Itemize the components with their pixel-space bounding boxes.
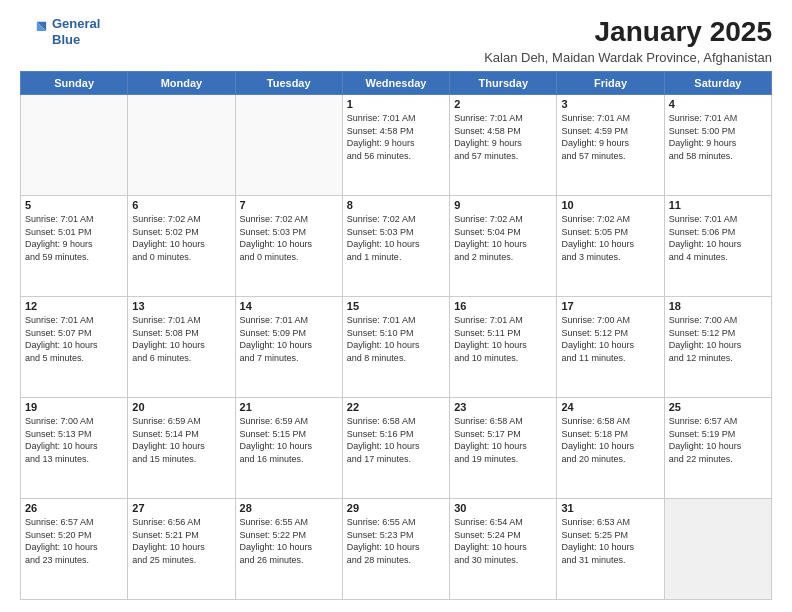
calendar-week-row: 19Sunrise: 7:00 AM Sunset: 5:13 PM Dayli…	[21, 398, 772, 499]
cell-info: Sunrise: 7:01 AM Sunset: 5:09 PM Dayligh…	[240, 314, 338, 364]
cell-info: Sunrise: 7:00 AM Sunset: 5:13 PM Dayligh…	[25, 415, 123, 465]
calendar-cell: 18Sunrise: 7:00 AM Sunset: 5:12 PM Dayli…	[664, 297, 771, 398]
cell-info: Sunrise: 6:55 AM Sunset: 5:23 PM Dayligh…	[347, 516, 445, 566]
calendar-cell: 12Sunrise: 7:01 AM Sunset: 5:07 PM Dayli…	[21, 297, 128, 398]
weekday-header: Wednesday	[342, 72, 449, 95]
calendar-cell: 2Sunrise: 7:01 AM Sunset: 4:58 PM Daylig…	[450, 95, 557, 196]
title-section: January 2025 Kalan Deh, Maidan Wardak Pr…	[484, 16, 772, 65]
calendar-cell: 31Sunrise: 6:53 AM Sunset: 5:25 PM Dayli…	[557, 499, 664, 600]
calendar-cell: 27Sunrise: 6:56 AM Sunset: 5:21 PM Dayli…	[128, 499, 235, 600]
cell-info: Sunrise: 7:01 AM Sunset: 5:11 PM Dayligh…	[454, 314, 552, 364]
day-number: 4	[669, 98, 767, 110]
calendar-cell: 8Sunrise: 7:02 AM Sunset: 5:03 PM Daylig…	[342, 196, 449, 297]
day-number: 16	[454, 300, 552, 312]
day-number: 24	[561, 401, 659, 413]
weekday-header: Saturday	[664, 72, 771, 95]
subtitle: Kalan Deh, Maidan Wardak Province, Afgha…	[484, 50, 772, 65]
cell-info: Sunrise: 7:01 AM Sunset: 5:07 PM Dayligh…	[25, 314, 123, 364]
calendar-cell: 11Sunrise: 7:01 AM Sunset: 5:06 PM Dayli…	[664, 196, 771, 297]
day-number: 23	[454, 401, 552, 413]
calendar-cell: 26Sunrise: 6:57 AM Sunset: 5:20 PM Dayli…	[21, 499, 128, 600]
calendar-cell: 19Sunrise: 7:00 AM Sunset: 5:13 PM Dayli…	[21, 398, 128, 499]
cell-info: Sunrise: 7:01 AM Sunset: 5:06 PM Dayligh…	[669, 213, 767, 263]
logo-text: General Blue	[52, 16, 100, 47]
day-number: 3	[561, 98, 659, 110]
cell-info: Sunrise: 7:02 AM Sunset: 5:05 PM Dayligh…	[561, 213, 659, 263]
day-number: 25	[669, 401, 767, 413]
weekday-header: Thursday	[450, 72, 557, 95]
cell-info: Sunrise: 6:58 AM Sunset: 5:17 PM Dayligh…	[454, 415, 552, 465]
cell-info: Sunrise: 6:53 AM Sunset: 5:25 PM Dayligh…	[561, 516, 659, 566]
calendar-cell: 22Sunrise: 6:58 AM Sunset: 5:16 PM Dayli…	[342, 398, 449, 499]
cell-info: Sunrise: 7:01 AM Sunset: 5:08 PM Dayligh…	[132, 314, 230, 364]
day-number: 22	[347, 401, 445, 413]
day-number: 30	[454, 502, 552, 514]
day-number: 15	[347, 300, 445, 312]
cell-info: Sunrise: 6:57 AM Sunset: 5:19 PM Dayligh…	[669, 415, 767, 465]
day-number: 21	[240, 401, 338, 413]
calendar-cell: 29Sunrise: 6:55 AM Sunset: 5:23 PM Dayli…	[342, 499, 449, 600]
calendar-cell: 30Sunrise: 6:54 AM Sunset: 5:24 PM Dayli…	[450, 499, 557, 600]
cell-info: Sunrise: 7:02 AM Sunset: 5:04 PM Dayligh…	[454, 213, 552, 263]
calendar-cell	[235, 95, 342, 196]
cell-info: Sunrise: 6:58 AM Sunset: 5:18 PM Dayligh…	[561, 415, 659, 465]
cell-info: Sunrise: 6:59 AM Sunset: 5:14 PM Dayligh…	[132, 415, 230, 465]
cell-info: Sunrise: 7:01 AM Sunset: 4:58 PM Dayligh…	[347, 112, 445, 162]
cell-info: Sunrise: 6:57 AM Sunset: 5:20 PM Dayligh…	[25, 516, 123, 566]
calendar-cell: 3Sunrise: 7:01 AM Sunset: 4:59 PM Daylig…	[557, 95, 664, 196]
day-number: 12	[25, 300, 123, 312]
calendar-cell: 1Sunrise: 7:01 AM Sunset: 4:58 PM Daylig…	[342, 95, 449, 196]
header: General Blue January 2025 Kalan Deh, Mai…	[20, 16, 772, 65]
cell-info: Sunrise: 6:59 AM Sunset: 5:15 PM Dayligh…	[240, 415, 338, 465]
day-number: 5	[25, 199, 123, 211]
calendar-week-row: 12Sunrise: 7:01 AM Sunset: 5:07 PM Dayli…	[21, 297, 772, 398]
main-title: January 2025	[484, 16, 772, 48]
day-number: 10	[561, 199, 659, 211]
day-number: 7	[240, 199, 338, 211]
calendar-cell: 16Sunrise: 7:01 AM Sunset: 5:11 PM Dayli…	[450, 297, 557, 398]
calendar-cell: 13Sunrise: 7:01 AM Sunset: 5:08 PM Dayli…	[128, 297, 235, 398]
logo-icon	[20, 18, 48, 46]
cell-info: Sunrise: 7:01 AM Sunset: 4:58 PM Dayligh…	[454, 112, 552, 162]
day-number: 11	[669, 199, 767, 211]
cell-info: Sunrise: 7:00 AM Sunset: 5:12 PM Dayligh…	[669, 314, 767, 364]
calendar-cell: 5Sunrise: 7:01 AM Sunset: 5:01 PM Daylig…	[21, 196, 128, 297]
day-number: 9	[454, 199, 552, 211]
day-number: 1	[347, 98, 445, 110]
calendar-cell: 4Sunrise: 7:01 AM Sunset: 5:00 PM Daylig…	[664, 95, 771, 196]
calendar-cell: 21Sunrise: 6:59 AM Sunset: 5:15 PM Dayli…	[235, 398, 342, 499]
calendar-week-row: 1Sunrise: 7:01 AM Sunset: 4:58 PM Daylig…	[21, 95, 772, 196]
day-number: 26	[25, 502, 123, 514]
day-number: 28	[240, 502, 338, 514]
calendar-cell: 23Sunrise: 6:58 AM Sunset: 5:17 PM Dayli…	[450, 398, 557, 499]
cell-info: Sunrise: 7:01 AM Sunset: 4:59 PM Dayligh…	[561, 112, 659, 162]
day-number: 27	[132, 502, 230, 514]
cell-info: Sunrise: 7:01 AM Sunset: 5:00 PM Dayligh…	[669, 112, 767, 162]
calendar-cell	[664, 499, 771, 600]
calendar-header-row: SundayMondayTuesdayWednesdayThursdayFrid…	[21, 72, 772, 95]
day-number: 14	[240, 300, 338, 312]
weekday-header: Friday	[557, 72, 664, 95]
cell-info: Sunrise: 6:54 AM Sunset: 5:24 PM Dayligh…	[454, 516, 552, 566]
cell-info: Sunrise: 7:02 AM Sunset: 5:03 PM Dayligh…	[240, 213, 338, 263]
logo: General Blue	[20, 16, 100, 47]
day-number: 18	[669, 300, 767, 312]
cell-info: Sunrise: 7:02 AM Sunset: 5:02 PM Dayligh…	[132, 213, 230, 263]
calendar-cell: 9Sunrise: 7:02 AM Sunset: 5:04 PM Daylig…	[450, 196, 557, 297]
day-number: 19	[25, 401, 123, 413]
calendar-cell: 14Sunrise: 7:01 AM Sunset: 5:09 PM Dayli…	[235, 297, 342, 398]
calendar-cell: 24Sunrise: 6:58 AM Sunset: 5:18 PM Dayli…	[557, 398, 664, 499]
day-number: 17	[561, 300, 659, 312]
calendar-week-row: 5Sunrise: 7:01 AM Sunset: 5:01 PM Daylig…	[21, 196, 772, 297]
day-number: 29	[347, 502, 445, 514]
cell-info: Sunrise: 6:56 AM Sunset: 5:21 PM Dayligh…	[132, 516, 230, 566]
cell-info: Sunrise: 7:00 AM Sunset: 5:12 PM Dayligh…	[561, 314, 659, 364]
weekday-header: Monday	[128, 72, 235, 95]
cell-info: Sunrise: 7:01 AM Sunset: 5:10 PM Dayligh…	[347, 314, 445, 364]
calendar-cell	[128, 95, 235, 196]
cell-info: Sunrise: 6:55 AM Sunset: 5:22 PM Dayligh…	[240, 516, 338, 566]
calendar-cell: 20Sunrise: 6:59 AM Sunset: 5:14 PM Dayli…	[128, 398, 235, 499]
weekday-header: Sunday	[21, 72, 128, 95]
cell-info: Sunrise: 6:58 AM Sunset: 5:16 PM Dayligh…	[347, 415, 445, 465]
day-number: 8	[347, 199, 445, 211]
